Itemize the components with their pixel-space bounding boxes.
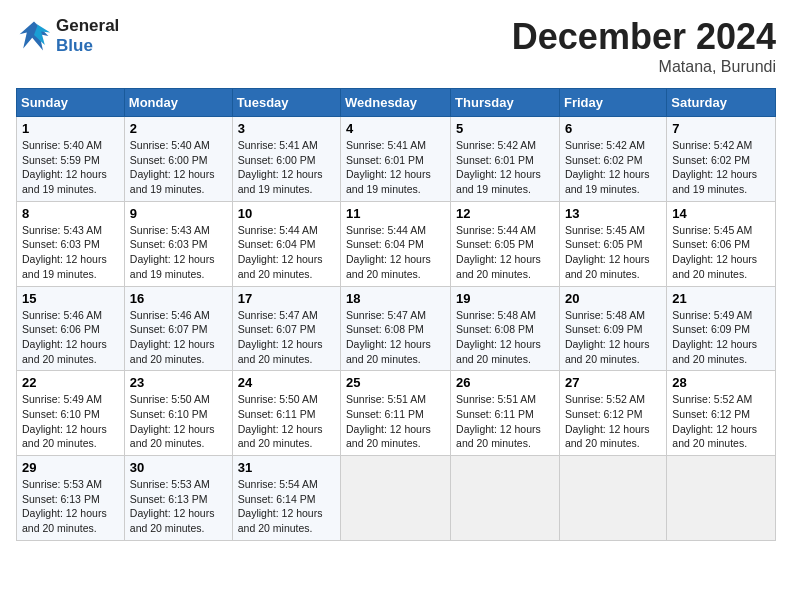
day-number: 11 bbox=[346, 206, 445, 221]
day-info: Sunrise: 5:43 AMSunset: 6:03 PMDaylight:… bbox=[130, 223, 227, 282]
calendar-cell: 2Sunrise: 5:40 AMSunset: 6:00 PMDaylight… bbox=[124, 117, 232, 202]
day-info: Sunrise: 5:50 AMSunset: 6:10 PMDaylight:… bbox=[130, 392, 227, 451]
weekday-header-saturday: Saturday bbox=[667, 89, 776, 117]
day-number: 21 bbox=[672, 291, 770, 306]
day-info: Sunrise: 5:44 AMSunset: 6:04 PMDaylight:… bbox=[346, 223, 445, 282]
day-number: 23 bbox=[130, 375, 227, 390]
calendar-cell: 16Sunrise: 5:46 AMSunset: 6:07 PMDayligh… bbox=[124, 286, 232, 371]
title-block: December 2024 Matana, Burundi bbox=[512, 16, 776, 76]
day-info: Sunrise: 5:49 AMSunset: 6:10 PMDaylight:… bbox=[22, 392, 119, 451]
day-info: Sunrise: 5:48 AMSunset: 6:08 PMDaylight:… bbox=[456, 308, 554, 367]
day-info: Sunrise: 5:45 AMSunset: 6:05 PMDaylight:… bbox=[565, 223, 661, 282]
calendar-cell: 23Sunrise: 5:50 AMSunset: 6:10 PMDayligh… bbox=[124, 371, 232, 456]
weekday-header-monday: Monday bbox=[124, 89, 232, 117]
day-info: Sunrise: 5:48 AMSunset: 6:09 PMDaylight:… bbox=[565, 308, 661, 367]
weekday-header-sunday: Sunday bbox=[17, 89, 125, 117]
day-number: 12 bbox=[456, 206, 554, 221]
day-number: 7 bbox=[672, 121, 770, 136]
calendar-cell: 25Sunrise: 5:51 AMSunset: 6:11 PMDayligh… bbox=[341, 371, 451, 456]
day-number: 16 bbox=[130, 291, 227, 306]
calendar-cell bbox=[559, 456, 666, 541]
calendar-cell: 4Sunrise: 5:41 AMSunset: 6:01 PMDaylight… bbox=[341, 117, 451, 202]
day-info: Sunrise: 5:51 AMSunset: 6:11 PMDaylight:… bbox=[456, 392, 554, 451]
day-info: Sunrise: 5:40 AMSunset: 5:59 PMDaylight:… bbox=[22, 138, 119, 197]
calendar-cell: 5Sunrise: 5:42 AMSunset: 6:01 PMDaylight… bbox=[451, 117, 560, 202]
logo-icon bbox=[16, 18, 52, 54]
day-info: Sunrise: 5:46 AMSunset: 6:06 PMDaylight:… bbox=[22, 308, 119, 367]
day-number: 26 bbox=[456, 375, 554, 390]
calendar-cell: 30Sunrise: 5:53 AMSunset: 6:13 PMDayligh… bbox=[124, 456, 232, 541]
svg-marker-0 bbox=[20, 21, 49, 50]
day-info: Sunrise: 5:40 AMSunset: 6:00 PMDaylight:… bbox=[130, 138, 227, 197]
day-info: Sunrise: 5:42 AMSunset: 6:02 PMDaylight:… bbox=[672, 138, 770, 197]
day-info: Sunrise: 5:52 AMSunset: 6:12 PMDaylight:… bbox=[565, 392, 661, 451]
day-number: 10 bbox=[238, 206, 335, 221]
weekday-header-wednesday: Wednesday bbox=[341, 89, 451, 117]
day-number: 13 bbox=[565, 206, 661, 221]
day-info: Sunrise: 5:41 AMSunset: 6:00 PMDaylight:… bbox=[238, 138, 335, 197]
day-info: Sunrise: 5:45 AMSunset: 6:06 PMDaylight:… bbox=[672, 223, 770, 282]
day-info: Sunrise: 5:52 AMSunset: 6:12 PMDaylight:… bbox=[672, 392, 770, 451]
calendar-cell: 22Sunrise: 5:49 AMSunset: 6:10 PMDayligh… bbox=[17, 371, 125, 456]
day-number: 30 bbox=[130, 460, 227, 475]
calendar-table: SundayMondayTuesdayWednesdayThursdayFrid… bbox=[16, 88, 776, 541]
calendar-cell: 31Sunrise: 5:54 AMSunset: 6:14 PMDayligh… bbox=[232, 456, 340, 541]
day-info: Sunrise: 5:49 AMSunset: 6:09 PMDaylight:… bbox=[672, 308, 770, 367]
day-number: 27 bbox=[565, 375, 661, 390]
calendar-cell: 27Sunrise: 5:52 AMSunset: 6:12 PMDayligh… bbox=[559, 371, 666, 456]
calendar-cell: 24Sunrise: 5:50 AMSunset: 6:11 PMDayligh… bbox=[232, 371, 340, 456]
calendar-cell: 8Sunrise: 5:43 AMSunset: 6:03 PMDaylight… bbox=[17, 201, 125, 286]
calendar-cell bbox=[667, 456, 776, 541]
calendar-week-5: 29Sunrise: 5:53 AMSunset: 6:13 PMDayligh… bbox=[17, 456, 776, 541]
day-info: Sunrise: 5:44 AMSunset: 6:05 PMDaylight:… bbox=[456, 223, 554, 282]
calendar-cell: 12Sunrise: 5:44 AMSunset: 6:05 PMDayligh… bbox=[451, 201, 560, 286]
calendar-cell: 10Sunrise: 5:44 AMSunset: 6:04 PMDayligh… bbox=[232, 201, 340, 286]
calendar-cell bbox=[451, 456, 560, 541]
weekday-header-friday: Friday bbox=[559, 89, 666, 117]
day-info: Sunrise: 5:53 AMSunset: 6:13 PMDaylight:… bbox=[130, 477, 227, 536]
day-number: 24 bbox=[238, 375, 335, 390]
day-number: 28 bbox=[672, 375, 770, 390]
calendar-cell: 1Sunrise: 5:40 AMSunset: 5:59 PMDaylight… bbox=[17, 117, 125, 202]
day-number: 2 bbox=[130, 121, 227, 136]
calendar-cell: 19Sunrise: 5:48 AMSunset: 6:08 PMDayligh… bbox=[451, 286, 560, 371]
day-number: 5 bbox=[456, 121, 554, 136]
calendar-cell: 18Sunrise: 5:47 AMSunset: 6:08 PMDayligh… bbox=[341, 286, 451, 371]
day-number: 3 bbox=[238, 121, 335, 136]
day-number: 17 bbox=[238, 291, 335, 306]
day-number: 4 bbox=[346, 121, 445, 136]
logo-text: General Blue bbox=[56, 16, 119, 55]
day-number: 18 bbox=[346, 291, 445, 306]
calendar-cell: 13Sunrise: 5:45 AMSunset: 6:05 PMDayligh… bbox=[559, 201, 666, 286]
calendar-cell: 20Sunrise: 5:48 AMSunset: 6:09 PMDayligh… bbox=[559, 286, 666, 371]
calendar-cell: 9Sunrise: 5:43 AMSunset: 6:03 PMDaylight… bbox=[124, 201, 232, 286]
day-number: 14 bbox=[672, 206, 770, 221]
calendar-header-row: SundayMondayTuesdayWednesdayThursdayFrid… bbox=[17, 89, 776, 117]
calendar-cell bbox=[341, 456, 451, 541]
calendar-cell: 29Sunrise: 5:53 AMSunset: 6:13 PMDayligh… bbox=[17, 456, 125, 541]
calendar-cell: 28Sunrise: 5:52 AMSunset: 6:12 PMDayligh… bbox=[667, 371, 776, 456]
day-info: Sunrise: 5:42 AMSunset: 6:02 PMDaylight:… bbox=[565, 138, 661, 197]
day-number: 29 bbox=[22, 460, 119, 475]
calendar-week-1: 1Sunrise: 5:40 AMSunset: 5:59 PMDaylight… bbox=[17, 117, 776, 202]
day-info: Sunrise: 5:53 AMSunset: 6:13 PMDaylight:… bbox=[22, 477, 119, 536]
calendar-cell: 7Sunrise: 5:42 AMSunset: 6:02 PMDaylight… bbox=[667, 117, 776, 202]
day-number: 19 bbox=[456, 291, 554, 306]
calendar-cell: 17Sunrise: 5:47 AMSunset: 6:07 PMDayligh… bbox=[232, 286, 340, 371]
day-number: 1 bbox=[22, 121, 119, 136]
day-info: Sunrise: 5:51 AMSunset: 6:11 PMDaylight:… bbox=[346, 392, 445, 451]
calendar-cell: 14Sunrise: 5:45 AMSunset: 6:06 PMDayligh… bbox=[667, 201, 776, 286]
day-number: 8 bbox=[22, 206, 119, 221]
month-title: December 2024 bbox=[512, 16, 776, 58]
day-number: 25 bbox=[346, 375, 445, 390]
day-info: Sunrise: 5:46 AMSunset: 6:07 PMDaylight:… bbox=[130, 308, 227, 367]
calendar-week-2: 8Sunrise: 5:43 AMSunset: 6:03 PMDaylight… bbox=[17, 201, 776, 286]
weekday-header-thursday: Thursday bbox=[451, 89, 560, 117]
day-info: Sunrise: 5:50 AMSunset: 6:11 PMDaylight:… bbox=[238, 392, 335, 451]
day-info: Sunrise: 5:44 AMSunset: 6:04 PMDaylight:… bbox=[238, 223, 335, 282]
calendar-week-3: 15Sunrise: 5:46 AMSunset: 6:06 PMDayligh… bbox=[17, 286, 776, 371]
day-info: Sunrise: 5:54 AMSunset: 6:14 PMDaylight:… bbox=[238, 477, 335, 536]
calendar-cell: 15Sunrise: 5:46 AMSunset: 6:06 PMDayligh… bbox=[17, 286, 125, 371]
day-number: 31 bbox=[238, 460, 335, 475]
logo: General Blue bbox=[16, 16, 119, 55]
